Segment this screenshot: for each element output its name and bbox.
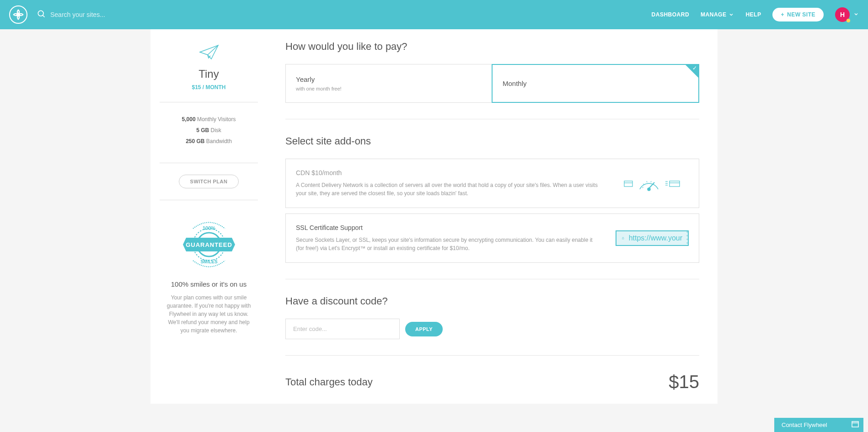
user-menu[interactable]: H — [835, 7, 859, 22]
speedometer-icon — [616, 176, 689, 192]
guarantee-text: Your plan comes with our smile guarantee… — [160, 293, 258, 335]
addon-ssl-title: SSL Certificate Support — [296, 224, 602, 231]
spec-disk-value: 5 GB — [196, 127, 209, 133]
divider — [285, 119, 699, 119]
avatar: H — [835, 7, 850, 22]
plus-icon: + — [781, 11, 784, 18]
lock-icon — [622, 234, 624, 242]
ssl-url-text: https://www.your — [629, 234, 682, 242]
plan-sidebar: Tiny $15 / MONTH 5,000 Monthly Visitors … — [150, 29, 267, 404]
pay-yearly-title: Yearly — [296, 75, 482, 83]
search-input[interactable] — [50, 11, 188, 18]
cdn-title-text: CDN — [296, 169, 311, 176]
nav-help[interactable]: HELP — [745, 11, 761, 18]
pay-section-title: How would you like to pay? — [285, 41, 699, 53]
nav-dashboard[interactable]: DASHBOARD — [652, 11, 690, 18]
svg-rect-22 — [622, 238, 624, 240]
avatar-initial: H — [840, 11, 845, 18]
search-container — [37, 9, 652, 20]
svg-line-13 — [642, 187, 643, 188]
spec-bandwidth: 250 GB Bandwidth — [160, 138, 258, 144]
search-icon — [37, 9, 46, 20]
header-bar: DASHBOARD MANAGE HELP + NEW SITE H — [0, 0, 868, 29]
spec-disk-label: Disk — [209, 127, 221, 133]
addon-ssl-info: SSL Certificate Support Secure Sockets L… — [296, 224, 602, 252]
svg-line-15 — [647, 181, 647, 182]
check-icon — [686, 65, 698, 78]
svg-point-1 — [38, 11, 43, 16]
spec-visitors-label: Monthly Visitors — [196, 116, 236, 123]
plan-name: Tiny — [160, 68, 258, 80]
pay-option-yearly[interactable]: Yearly with one month free! — [285, 64, 492, 103]
svg-text:100%: 100% — [202, 225, 215, 231]
discount-row: APPLY — [285, 319, 699, 339]
spec-visitors-value: 5,000 — [182, 116, 196, 123]
guarantee-title: 100% smiles or it's on us — [160, 280, 258, 288]
addon-ssl[interactable]: SSL Certificate Support Secure Sockets L… — [285, 213, 699, 263]
spec-disk: 5 GB Disk — [160, 127, 258, 133]
svg-rect-9 — [624, 181, 632, 187]
addon-cdn[interactable]: CDN $10/month A Content Delivery Network… — [285, 159, 699, 208]
pay-monthly-title: Monthly — [503, 80, 688, 87]
apply-button[interactable]: APPLY — [405, 322, 443, 336]
logo[interactable] — [9, 5, 27, 24]
new-site-label: NEW SITE — [787, 11, 815, 18]
spec-bandwidth-label: Bandwidth — [204, 138, 231, 144]
addons-section-title: Select site add-ons — [285, 135, 699, 147]
discount-input[interactable] — [285, 319, 400, 339]
divider — [160, 102, 258, 102]
addon-cdn-desc: A Content Delivery Network is a collecti… — [296, 181, 602, 197]
plan-price: $15 / MONTH — [160, 84, 258, 91]
svg-text:GUARANTEED: GUARANTEED — [186, 241, 232, 248]
total-label: Total charges today — [285, 376, 373, 388]
svg-point-12 — [648, 188, 650, 191]
divider — [285, 355, 699, 356]
guarantee-badge-icon: 100% SMILES GUARANTEED — [160, 219, 258, 271]
chevron-down-icon — [729, 12, 734, 17]
pay-options: Yearly with one month free! Monthly — [285, 64, 699, 103]
discount-section-title: Have a discount code? — [285, 295, 699, 307]
addon-cdn-title: CDN $10/month — [296, 169, 602, 176]
chevron-down-icon — [853, 11, 859, 19]
main-content: How would you like to pay? Yearly with o… — [267, 29, 718, 404]
svg-line-2 — [43, 15, 44, 17]
main-container: Tiny $15 / MONTH 5,000 Monthly Visitors … — [0, 29, 868, 404]
divider — [285, 279, 699, 279]
content-wrapper: Tiny $15 / MONTH 5,000 Monthly Visitors … — [150, 29, 718, 404]
ssl-url-graphic: https://www.your — [616, 230, 689, 246]
new-site-button[interactable]: + NEW SITE — [772, 8, 824, 21]
spec-list: 5,000 Monthly Visitors 5 GB Disk 250 GB … — [160, 109, 258, 156]
cdn-price: $10/month — [311, 169, 342, 176]
total-amount: $15 — [669, 372, 699, 392]
divider — [160, 200, 258, 200]
addon-cdn-info: CDN $10/month A Content Delivery Network… — [296, 169, 602, 197]
svg-text:SMILES: SMILES — [200, 259, 218, 264]
nav-items: DASHBOARD MANAGE HELP + NEW SITE H — [652, 7, 859, 22]
pay-yearly-sub: with one month free! — [296, 86, 482, 91]
addon-ssl-desc: Secure Sockets Layer, or SSL, keeps your… — [296, 236, 602, 252]
spec-visitors: 5,000 Monthly Visitors — [160, 116, 258, 123]
avatar-status-dot — [847, 19, 850, 22]
paper-plane-icon — [160, 43, 258, 63]
svg-rect-20 — [670, 181, 680, 187]
nav-manage[interactable]: MANAGE — [701, 11, 734, 18]
svg-line-16 — [651, 181, 651, 182]
total-row: Total charges today $15 — [285, 372, 699, 392]
spec-bandwidth-value: 250 GB — [186, 138, 204, 144]
nav-manage-label: MANAGE — [701, 11, 726, 18]
divider — [160, 163, 258, 163]
pay-option-monthly[interactable]: Monthly — [492, 64, 699, 103]
switch-plan-button[interactable]: SWITCH PLAN — [179, 175, 239, 188]
